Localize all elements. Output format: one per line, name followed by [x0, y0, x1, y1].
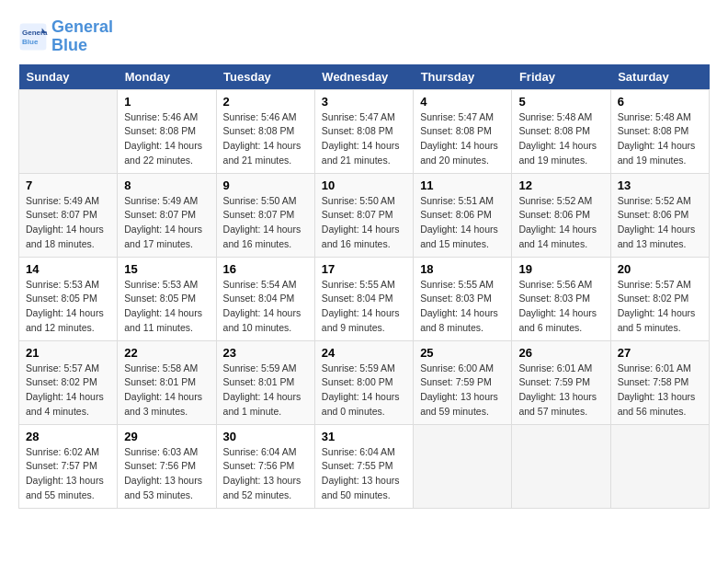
day-info: Sunrise: 5:55 AM Sunset: 8:03 PM Dayligh… — [420, 278, 505, 336]
weekday-header-thursday: Thursday — [414, 64, 512, 90]
day-number: 25 — [420, 346, 505, 360]
day-info: Sunrise: 5:56 AM Sunset: 8:03 PM Dayligh… — [518, 278, 603, 336]
calendar-cell: 21Sunrise: 5:57 AM Sunset: 8:02 PM Dayli… — [19, 340, 118, 424]
calendar-cell — [414, 424, 512, 508]
day-info: Sunrise: 5:57 AM Sunset: 8:02 PM Dayligh… — [618, 278, 702, 336]
calendar-cell: 20Sunrise: 5:57 AM Sunset: 8:02 PM Dayli… — [610, 257, 709, 340]
day-number: 13 — [618, 178, 702, 192]
calendar-cell: 25Sunrise: 6:00 AM Sunset: 7:59 PM Dayli… — [414, 340, 512, 424]
day-number: 17 — [322, 262, 406, 276]
calendar-cell: 3Sunrise: 5:47 AM Sunset: 8:08 PM Daylig… — [314, 89, 413, 173]
day-number: 22 — [124, 346, 209, 360]
calendar-cell — [512, 424, 610, 508]
day-number: 12 — [518, 178, 603, 192]
calendar-cell: 17Sunrise: 5:55 AM Sunset: 8:04 PM Dayli… — [314, 257, 413, 340]
calendar-table: SundayMondayTuesdayWednesdayThursdayFrid… — [18, 64, 710, 509]
day-number: 18 — [420, 262, 505, 276]
logo-text: GeneralBlue — [51, 18, 113, 55]
day-info: Sunrise: 5:50 AM Sunset: 8:07 PM Dayligh… — [223, 194, 308, 252]
day-info: Sunrise: 5:53 AM Sunset: 8:05 PM Dayligh… — [26, 278, 110, 336]
day-info: Sunrise: 5:53 AM Sunset: 8:05 PM Dayligh… — [124, 278, 209, 336]
day-number: 8 — [124, 178, 209, 192]
day-info: Sunrise: 5:57 AM Sunset: 8:02 PM Dayligh… — [26, 362, 110, 419]
day-number: 19 — [518, 262, 603, 276]
weekday-header-tuesday: Tuesday — [216, 64, 314, 90]
calendar-cell: 13Sunrise: 5:52 AM Sunset: 8:06 PM Dayli… — [610, 173, 709, 257]
week-row-2: 7Sunrise: 5:49 AM Sunset: 8:07 PM Daylig… — [19, 173, 710, 257]
calendar-cell: 26Sunrise: 6:01 AM Sunset: 7:59 PM Dayli… — [512, 340, 610, 424]
day-info: Sunrise: 5:59 AM Sunset: 8:00 PM Dayligh… — [322, 362, 406, 419]
svg-text:Blue: Blue — [22, 38, 39, 46]
calendar-cell: 14Sunrise: 5:53 AM Sunset: 8:05 PM Dayli… — [19, 257, 118, 340]
day-info: Sunrise: 5:48 AM Sunset: 8:08 PM Dayligh… — [518, 110, 603, 168]
calendar-cell: 28Sunrise: 6:02 AM Sunset: 7:57 PM Dayli… — [19, 424, 118, 508]
day-info: Sunrise: 6:03 AM Sunset: 7:56 PM Dayligh… — [124, 445, 209, 503]
day-number: 6 — [618, 95, 702, 109]
calendar-cell: 12Sunrise: 5:52 AM Sunset: 8:06 PM Dayli… — [512, 173, 610, 257]
day-info: Sunrise: 5:55 AM Sunset: 8:04 PM Dayligh… — [322, 278, 406, 336]
day-info: Sunrise: 6:04 AM Sunset: 7:55 PM Dayligh… — [322, 445, 406, 503]
calendar-cell: 19Sunrise: 5:56 AM Sunset: 8:03 PM Dayli… — [512, 257, 610, 340]
day-number: 21 — [26, 346, 110, 360]
calendar-cell: 6Sunrise: 5:48 AM Sunset: 8:08 PM Daylig… — [610, 89, 709, 173]
day-info: Sunrise: 5:50 AM Sunset: 8:07 PM Dayligh… — [322, 194, 406, 252]
day-info: Sunrise: 6:02 AM Sunset: 7:57 PM Dayligh… — [26, 445, 110, 503]
day-number: 7 — [26, 178, 110, 192]
day-number: 28 — [26, 430, 110, 443]
weekday-header-wednesday: Wednesday — [314, 64, 413, 90]
day-info: Sunrise: 5:52 AM Sunset: 8:06 PM Dayligh… — [518, 194, 603, 252]
calendar-cell: 24Sunrise: 5:59 AM Sunset: 8:00 PM Dayli… — [314, 340, 413, 424]
day-info: Sunrise: 5:58 AM Sunset: 8:01 PM Dayligh… — [124, 362, 209, 419]
day-info: Sunrise: 5:49 AM Sunset: 8:07 PM Dayligh… — [26, 194, 110, 252]
calendar-cell: 31Sunrise: 6:04 AM Sunset: 7:55 PM Dayli… — [314, 424, 413, 508]
day-info: Sunrise: 5:46 AM Sunset: 8:08 PM Dayligh… — [223, 110, 308, 168]
week-row-1: 1Sunrise: 5:46 AM Sunset: 8:08 PM Daylig… — [19, 89, 710, 173]
day-info: Sunrise: 5:46 AM Sunset: 8:08 PM Dayligh… — [124, 110, 209, 168]
day-number: 27 — [618, 346, 702, 360]
day-info: Sunrise: 5:49 AM Sunset: 8:07 PM Dayligh… — [124, 194, 209, 252]
day-number: 16 — [223, 262, 308, 276]
week-row-5: 28Sunrise: 6:02 AM Sunset: 7:57 PM Dayli… — [19, 424, 710, 508]
day-number: 14 — [26, 262, 110, 276]
calendar-cell — [610, 424, 709, 508]
day-number: 30 — [223, 430, 308, 443]
day-number: 4 — [420, 95, 505, 109]
calendar-cell: 7Sunrise: 5:49 AM Sunset: 8:07 PM Daylig… — [19, 173, 118, 257]
day-info: Sunrise: 5:59 AM Sunset: 8:01 PM Dayligh… — [223, 362, 308, 419]
day-number: 2 — [223, 95, 308, 109]
day-info: Sunrise: 6:01 AM Sunset: 7:59 PM Dayligh… — [518, 362, 603, 419]
day-number: 1 — [124, 95, 209, 109]
day-number: 23 — [223, 346, 308, 360]
day-number: 15 — [124, 262, 209, 276]
page-header: General Blue GeneralBlue — [18, 18, 710, 55]
calendar-cell: 11Sunrise: 5:51 AM Sunset: 8:06 PM Dayli… — [414, 173, 512, 257]
day-info: Sunrise: 5:54 AM Sunset: 8:04 PM Dayligh… — [223, 278, 308, 336]
day-number: 20 — [618, 262, 702, 276]
calendar-cell: 27Sunrise: 6:01 AM Sunset: 7:58 PM Dayli… — [610, 340, 709, 424]
calendar-cell: 16Sunrise: 5:54 AM Sunset: 8:04 PM Dayli… — [216, 257, 314, 340]
day-number: 29 — [124, 430, 209, 443]
calendar-cell — [19, 89, 118, 173]
weekday-header-row: SundayMondayTuesdayWednesdayThursdayFrid… — [19, 64, 710, 90]
weekday-header-saturday: Saturday — [610, 64, 709, 90]
day-number: 24 — [322, 346, 406, 360]
calendar-cell: 9Sunrise: 5:50 AM Sunset: 8:07 PM Daylig… — [216, 173, 314, 257]
day-info: Sunrise: 5:47 AM Sunset: 8:08 PM Dayligh… — [420, 110, 505, 168]
weekday-header-sunday: Sunday — [19, 64, 118, 90]
calendar-cell: 10Sunrise: 5:50 AM Sunset: 8:07 PM Dayli… — [314, 173, 413, 257]
day-info: Sunrise: 6:00 AM Sunset: 7:59 PM Dayligh… — [420, 362, 505, 419]
day-info: Sunrise: 5:47 AM Sunset: 8:08 PM Dayligh… — [322, 110, 406, 168]
logo-icon: General Blue — [18, 22, 48, 52]
calendar-cell: 22Sunrise: 5:58 AM Sunset: 8:01 PM Dayli… — [118, 340, 216, 424]
weekday-header-friday: Friday — [512, 64, 610, 90]
day-info: Sunrise: 6:01 AM Sunset: 7:58 PM Dayligh… — [618, 362, 702, 419]
day-number: 3 — [322, 95, 406, 109]
day-number: 31 — [322, 430, 406, 443]
weekday-header-monday: Monday — [118, 64, 216, 90]
week-row-3: 14Sunrise: 5:53 AM Sunset: 8:05 PM Dayli… — [19, 257, 710, 340]
day-number: 11 — [420, 178, 505, 192]
calendar-cell: 18Sunrise: 5:55 AM Sunset: 8:03 PM Dayli… — [414, 257, 512, 340]
calendar-cell: 30Sunrise: 6:04 AM Sunset: 7:56 PM Dayli… — [216, 424, 314, 508]
calendar-cell: 4Sunrise: 5:47 AM Sunset: 8:08 PM Daylig… — [414, 89, 512, 173]
calendar-cell: 1Sunrise: 5:46 AM Sunset: 8:08 PM Daylig… — [118, 89, 216, 173]
